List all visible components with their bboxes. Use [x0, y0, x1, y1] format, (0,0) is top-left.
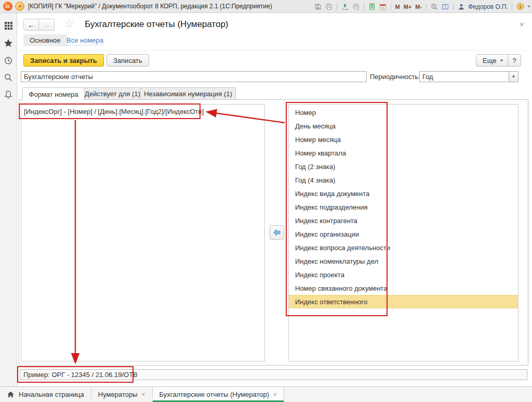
list-item[interactable]: Индекс контрагента [289, 214, 518, 227]
number-format-string[interactable]: [ИндексОрг] - [Номер] / [День].[Месяц].[… [24, 108, 204, 115]
list-item[interactable]: Индекс вида документа [289, 187, 518, 200]
list-item[interactable]: Индекс номенклатуры дел [289, 254, 518, 268]
save-button[interactable]: Записать [107, 54, 149, 67]
history-clock-icon[interactable] [0, 51, 17, 69]
header-separator [19, 50, 528, 50]
dropdown-arrow-icon[interactable]: ▼ [509, 72, 518, 82]
more-button-label: Еще [483, 57, 496, 64]
periodicity-value: Год [420, 72, 509, 82]
list-item[interactable]: Номер [289, 106, 518, 119]
favorite-star-icon[interactable]: ☆ [64, 18, 74, 30]
taskbar-home-label: Начальная страница [19, 391, 84, 398]
one-c-logo-icon: 1С [3, 2, 12, 11]
titlebar-chevron-icon[interactable]: ▼ [527, 4, 531, 9]
list-item[interactable]: Номер месяца [289, 133, 518, 146]
svg-text:31: 31 [381, 6, 384, 9]
list-item[interactable]: Номер квартала [289, 146, 518, 160]
home-icon [7, 391, 15, 398]
taskbar-tab-current[interactable]: Бухгалтерские отчеты (Нумератор) × [153, 387, 284, 402]
memory-m-minus-button[interactable]: M- [415, 4, 422, 10]
titlebar-separator [364, 3, 364, 10]
components-list: Номер День месяца Номер месяца Номер ква… [289, 105, 518, 361]
nav-link-all-numbers[interactable]: Все номера [66, 36, 103, 45]
periodicity-label: Периодичность: [370, 73, 420, 81]
favorites-star-icon[interactable] [0, 34, 17, 51]
format-editor-panel[interactable] [21, 104, 265, 361]
split-window-icon[interactable] [441, 3, 449, 11]
close-icon[interactable]: × [273, 391, 277, 398]
save-and-close-button[interactable]: Записать и закрыть [23, 54, 104, 67]
list-item[interactable]: Год (2 знака) [289, 160, 518, 173]
open-windows-taskbar: Начальная страница Нумераторы × Бухгалте… [0, 386, 532, 402]
help-button[interactable]: ? [508, 54, 521, 67]
back-button[interactable]: ← [23, 19, 39, 31]
list-item-selected[interactable]: Индекс ответственного [289, 295, 518, 308]
chevron-down-icon: ▼ [499, 58, 503, 63]
titlebar-separator [337, 3, 337, 10]
tab-valid-for[interactable]: Действует для (1) [84, 87, 141, 100]
calendar-icon[interactable]: 31 [379, 3, 387, 11]
titlebar-separator [453, 3, 454, 10]
memory-m-button[interactable]: M [395, 4, 401, 10]
main-menu-button[interactable]: ▼ [15, 2, 24, 11]
search-icon[interactable] [0, 69, 17, 86]
insert-component-button[interactable] [270, 225, 284, 240]
form-close-button[interactable]: × [520, 20, 524, 29]
close-icon[interactable]: × [142, 391, 145, 398]
tab-independent-numbering[interactable]: Независимая нумерация (1) [140, 87, 236, 100]
apps-grid-icon[interactable] [0, 17, 17, 34]
list-item[interactable]: Индекс организации [289, 227, 518, 241]
taskbar-tab-label: Бухгалтерские отчеты (Нумератор) [159, 391, 269, 398]
zoom-icon[interactable] [430, 3, 438, 11]
forward-button[interactable]: → [39, 19, 55, 31]
calculator-icon[interactable] [368, 3, 376, 11]
info-icon[interactable]: i [516, 3, 524, 11]
list-item[interactable]: Индекс подразделения [289, 200, 518, 214]
taskbar-home-tab[interactable]: Начальная страница [0, 387, 91, 402]
taskbar-tab-label: Нумераторы [98, 391, 138, 398]
list-item[interactable]: Индекс проекта [289, 268, 518, 281]
page-title: Бухгалтерские отчеты (Нумератор) [85, 19, 229, 30]
memory-m-plus-button[interactable]: M+ [403, 4, 413, 10]
export-icon[interactable] [341, 3, 349, 11]
nav-section-main[interactable]: Основное [23, 34, 67, 46]
list-item[interactable]: День месяца [289, 119, 518, 133]
list-item[interactable]: Год (4 знака) [289, 173, 518, 187]
periodicity-select[interactable]: Год ▼ [419, 71, 518, 82]
titlebar-separator [426, 3, 427, 10]
print-preview-icon[interactable] [352, 3, 360, 11]
tab-format-number[interactable]: Формат номера [22, 87, 85, 100]
window-titlebar: 1С ▼ [КОПИЯ] ГК "Меркурий" / Документооб… [0, 0, 532, 13]
print-icon[interactable] [325, 3, 333, 11]
titlebar-separator [391, 3, 391, 10]
example-field: Пример: ОРГ - 12345 / 21.06.19/ОТВ [20, 369, 527, 380]
notifications-bell-icon[interactable] [0, 86, 17, 103]
list-item[interactable]: Номер связанного документа [289, 281, 518, 295]
window-title: [КОПИЯ] ГК "Меркурий" / Документооборот … [28, 3, 272, 10]
titlebar-separator [512, 3, 512, 10]
numerator-name-input[interactable]: Бухгалтерские отчеты [21, 71, 367, 82]
more-button[interactable]: Еще▼ [476, 54, 510, 67]
list-item[interactable]: Индекс вопроса деятельности [289, 241, 518, 254]
save-icon[interactable] [314, 3, 322, 11]
taskbar-tab-numerators[interactable]: Нумераторы × [91, 387, 153, 402]
user-icon [457, 3, 466, 11]
history-nav-buttons: ← → [23, 19, 55, 31]
current-user-name[interactable]: Федоров О.П. [468, 3, 508, 10]
arrow-left-icon [273, 228, 281, 237]
app-sidebar [0, 13, 17, 386]
